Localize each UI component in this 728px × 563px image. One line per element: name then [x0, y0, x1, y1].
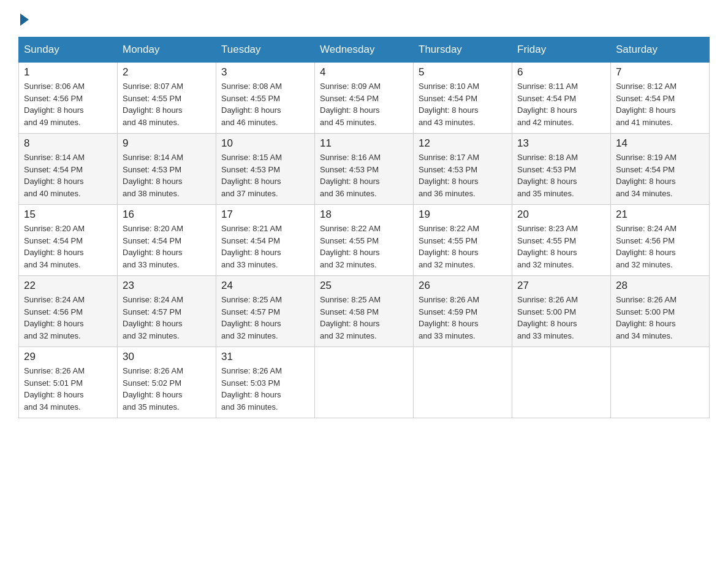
day-number: 22: [24, 280, 112, 292]
calendar-cell: [315, 347, 414, 418]
calendar-cell: 12 Sunrise: 8:17 AM Sunset: 4:53 PM Dayl…: [414, 134, 512, 205]
calendar-cell: 6 Sunrise: 8:11 AM Sunset: 4:54 PM Dayli…: [512, 63, 611, 134]
calendar-cell: 17 Sunrise: 8:21 AM Sunset: 4:54 PM Dayl…: [216, 205, 315, 276]
day-info: Sunrise: 8:10 AM Sunset: 4:54 PM Dayligh…: [419, 80, 507, 128]
day-number: 11: [320, 137, 408, 150]
day-info: Sunrise: 8:18 AM Sunset: 4:53 PM Dayligh…: [517, 151, 605, 199]
calendar-cell: 11 Sunrise: 8:16 AM Sunset: 4:53 PM Dayl…: [315, 134, 414, 205]
calendar-cell: 23 Sunrise: 8:24 AM Sunset: 4:57 PM Dayl…: [118, 276, 216, 347]
header-wednesday: Wednesday: [315, 37, 414, 63]
day-info: Sunrise: 8:23 AM Sunset: 4:55 PM Dayligh…: [517, 223, 605, 270]
day-number: 15: [24, 209, 112, 221]
calendar-cell: 7 Sunrise: 8:12 AM Sunset: 4:54 PM Dayli…: [611, 63, 710, 134]
calendar-cell: 2 Sunrise: 8:07 AM Sunset: 4:55 PM Dayli…: [118, 63, 216, 134]
day-number: 14: [616, 137, 704, 150]
header-friday: Friday: [512, 37, 611, 63]
day-number: 25: [320, 280, 408, 292]
header-saturday: Saturday: [611, 37, 710, 63]
day-info: Sunrise: 8:22 AM Sunset: 4:55 PM Dayligh…: [320, 223, 408, 270]
header-sunday: Sunday: [19, 37, 118, 63]
day-number: 23: [123, 280, 211, 292]
day-info: Sunrise: 8:14 AM Sunset: 4:54 PM Dayligh…: [24, 151, 112, 199]
calendar-cell: 1 Sunrise: 8:06 AM Sunset: 4:56 PM Dayli…: [19, 63, 118, 134]
calendar-cell: 24 Sunrise: 8:25 AM Sunset: 4:57 PM Dayl…: [216, 276, 315, 347]
day-number: 30: [123, 351, 211, 363]
calendar-cell: 26 Sunrise: 8:26 AM Sunset: 4:59 PM Dayl…: [414, 276, 512, 347]
day-number: 28: [616, 280, 704, 292]
calendar-cell: 13 Sunrise: 8:18 AM Sunset: 4:53 PM Dayl…: [512, 134, 611, 205]
day-info: Sunrise: 8:22 AM Sunset: 4:55 PM Dayligh…: [419, 223, 507, 270]
calendar-cell: 28 Sunrise: 8:26 AM Sunset: 5:00 PM Dayl…: [611, 276, 710, 347]
calendar-cell: [611, 347, 710, 418]
calendar-cell: [512, 347, 611, 418]
day-number: 2: [123, 66, 211, 79]
day-number: 13: [517, 137, 605, 150]
day-info: Sunrise: 8:24 AM Sunset: 4:56 PM Dayligh…: [24, 294, 112, 342]
header-monday: Monday: [118, 37, 216, 63]
day-info: Sunrise: 8:26 AM Sunset: 5:00 PM Dayligh…: [517, 294, 605, 342]
day-info: Sunrise: 8:15 AM Sunset: 4:53 PM Dayligh…: [221, 151, 309, 199]
calendar-week-row: 29 Sunrise: 8:26 AM Sunset: 5:01 PM Dayl…: [19, 347, 710, 418]
day-info: Sunrise: 8:07 AM Sunset: 4:55 PM Dayligh…: [123, 80, 211, 128]
day-number: 26: [419, 280, 507, 292]
day-info: Sunrise: 8:26 AM Sunset: 5:03 PM Dayligh…: [221, 365, 309, 413]
day-info: Sunrise: 8:26 AM Sunset: 5:00 PM Dayligh…: [616, 294, 704, 342]
day-number: 18: [320, 209, 408, 221]
calendar-cell: 25 Sunrise: 8:25 AM Sunset: 4:58 PM Dayl…: [315, 276, 414, 347]
calendar-cell: 31 Sunrise: 8:26 AM Sunset: 5:03 PM Dayl…: [216, 347, 315, 418]
calendar-cell: 18 Sunrise: 8:22 AM Sunset: 4:55 PM Dayl…: [315, 205, 414, 276]
calendar-cell: 4 Sunrise: 8:09 AM Sunset: 4:54 PM Dayli…: [315, 63, 414, 134]
day-number: 4: [320, 66, 408, 79]
day-number: 1: [24, 66, 112, 79]
calendar-cell: 22 Sunrise: 8:24 AM Sunset: 4:56 PM Dayl…: [19, 276, 118, 347]
day-info: Sunrise: 8:26 AM Sunset: 5:01 PM Dayligh…: [24, 365, 112, 413]
day-info: Sunrise: 8:06 AM Sunset: 4:56 PM Dayligh…: [24, 80, 112, 128]
calendar-week-row: 22 Sunrise: 8:24 AM Sunset: 4:56 PM Dayl…: [19, 276, 710, 347]
calendar-cell: 30 Sunrise: 8:26 AM Sunset: 5:02 PM Dayl…: [118, 347, 216, 418]
day-number: 31: [221, 351, 309, 363]
calendar-cell: 29 Sunrise: 8:26 AM Sunset: 5:01 PM Dayl…: [19, 347, 118, 418]
calendar-cell: 10 Sunrise: 8:15 AM Sunset: 4:53 PM Dayl…: [216, 134, 315, 205]
day-number: 19: [419, 209, 507, 221]
day-number: 21: [616, 209, 704, 221]
day-number: 17: [221, 209, 309, 221]
day-number: 3: [221, 66, 309, 79]
day-number: 8: [24, 137, 112, 150]
day-info: Sunrise: 8:16 AM Sunset: 4:53 PM Dayligh…: [320, 151, 408, 199]
day-number: 20: [517, 209, 605, 221]
calendar-cell: 19 Sunrise: 8:22 AM Sunset: 4:55 PM Dayl…: [414, 205, 512, 276]
day-number: 12: [419, 137, 507, 150]
day-info: Sunrise: 8:25 AM Sunset: 4:58 PM Dayligh…: [320, 294, 408, 342]
day-info: Sunrise: 8:12 AM Sunset: 4:54 PM Dayligh…: [616, 80, 704, 128]
day-number: 10: [221, 137, 309, 150]
calendar-cell: 20 Sunrise: 8:23 AM Sunset: 4:55 PM Dayl…: [512, 205, 611, 276]
day-info: Sunrise: 8:08 AM Sunset: 4:55 PM Dayligh…: [221, 80, 309, 128]
logo-arrow-icon: [20, 13, 29, 26]
header: [18, 12, 710, 25]
header-tuesday: Tuesday: [216, 37, 315, 63]
day-info: Sunrise: 8:25 AM Sunset: 4:57 PM Dayligh…: [221, 294, 309, 342]
day-number: 27: [517, 280, 605, 292]
day-info: Sunrise: 8:26 AM Sunset: 4:59 PM Dayligh…: [419, 294, 507, 342]
day-number: 24: [221, 280, 309, 292]
day-info: Sunrise: 8:09 AM Sunset: 4:54 PM Dayligh…: [320, 80, 408, 128]
calendar-cell: 21 Sunrise: 8:24 AM Sunset: 4:56 PM Dayl…: [611, 205, 710, 276]
calendar-table: SundayMondayTuesdayWednesdayThursdayFrid…: [18, 37, 710, 418]
day-info: Sunrise: 8:24 AM Sunset: 4:56 PM Dayligh…: [616, 223, 704, 270]
calendar-cell: 5 Sunrise: 8:10 AM Sunset: 4:54 PM Dayli…: [414, 63, 512, 134]
day-info: Sunrise: 8:19 AM Sunset: 4:54 PM Dayligh…: [616, 151, 704, 199]
day-number: 9: [123, 137, 211, 150]
calendar-cell: [414, 347, 512, 418]
calendar-cell: 8 Sunrise: 8:14 AM Sunset: 4:54 PM Dayli…: [19, 134, 118, 205]
day-info: Sunrise: 8:20 AM Sunset: 4:54 PM Dayligh…: [24, 223, 112, 270]
calendar-week-row: 1 Sunrise: 8:06 AM Sunset: 4:56 PM Dayli…: [19, 63, 710, 134]
calendar-cell: 14 Sunrise: 8:19 AM Sunset: 4:54 PM Dayl…: [611, 134, 710, 205]
calendar-week-row: 15 Sunrise: 8:20 AM Sunset: 4:54 PM Dayl…: [19, 205, 710, 276]
day-info: Sunrise: 8:24 AM Sunset: 4:57 PM Dayligh…: [123, 294, 211, 342]
day-number: 6: [517, 66, 605, 79]
calendar-week-row: 8 Sunrise: 8:14 AM Sunset: 4:54 PM Dayli…: [19, 134, 710, 205]
day-number: 5: [419, 66, 507, 79]
calendar-cell: 3 Sunrise: 8:08 AM Sunset: 4:55 PM Dayli…: [216, 63, 315, 134]
calendar-cell: 16 Sunrise: 8:20 AM Sunset: 4:54 PM Dayl…: [118, 205, 216, 276]
day-number: 29: [24, 351, 112, 363]
